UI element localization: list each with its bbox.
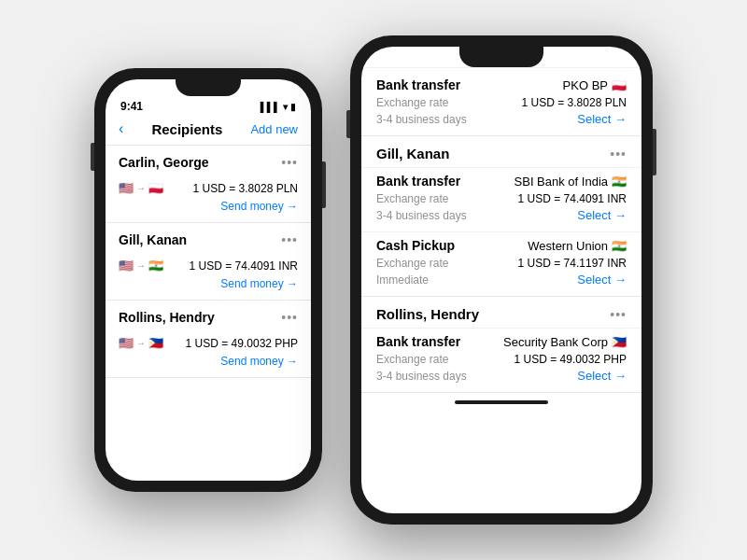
more-options-rollins[interactable]: ••• [281, 310, 298, 325]
arrow-icon: → [136, 338, 146, 348]
pko-bp-option: Bank transfer PKO BP 🇵🇱 Exchange rate 1 … [361, 67, 641, 135]
pko-bp-bank: PKO BP 🇵🇱 [563, 78, 627, 92]
recipient-gill-name: Gill, Kanan [119, 232, 187, 247]
left-phone: 9:41 ▌▌▌ ▾ ▮ ‹ Recipients Add new Carlin… [94, 68, 322, 492]
sbc-option: Bank transfer Security Bank Corp 🇵🇭 Exch… [361, 328, 641, 392]
rollins-to-flag: 🇵🇭 [148, 336, 163, 350]
status-icons: ▌▌▌ ▾ ▮ [261, 102, 296, 112]
pko-time: 3-4 business days [376, 113, 467, 126]
notch-right [459, 47, 543, 67]
sbi-option: Bank transfer SBI Bank of India 🇮🇳 Excha… [361, 167, 641, 231]
sbc-header-row: Bank transfer Security Bank Corp 🇵🇭 [376, 334, 627, 349]
volume-button-right [346, 110, 350, 138]
wu-time-row: Immediate Select → [376, 273, 627, 287]
power-button-right [653, 129, 656, 175]
wu-rate-label: Exchange rate [376, 257, 448, 270]
wu-type: Cash Pickup [376, 238, 455, 253]
pko-rate-row: Exchange rate 1 USD = 3.8028 PLN [376, 96, 627, 109]
left-phone-screen: 9:41 ▌▌▌ ▾ ▮ ‹ Recipients Add new Carlin… [106, 79, 311, 481]
rollins-from-flag: 🇺🇸 [119, 336, 134, 350]
wu-bank: Western Union 🇮🇳 [528, 239, 627, 253]
sbi-rate-label: Exchange rate [376, 192, 448, 205]
recipient-rollins: Rollins, Hendry ••• 🇺🇸 → 🇵🇭 1 USD = 49.0… [106, 301, 311, 378]
gill-more-options[interactable]: ••• [610, 147, 627, 161]
wu-time: Immediate [376, 273, 429, 287]
gill-flags: 🇺🇸 → 🇮🇳 [119, 259, 163, 273]
right-phone-screen: Bank transfer PKO BP 🇵🇱 Exchange rate 1 … [361, 47, 641, 513]
pko-bp-header-row: Bank transfer PKO BP 🇵🇱 [376, 77, 627, 92]
recipient-carlin-header: Carlin, George ••• [106, 146, 311, 175]
wifi-icon: ▾ [283, 102, 288, 112]
sbi-rate-value: 1 USD = 74.4091 INR [518, 192, 627, 205]
gill-rate: 1 USD = 74.4091 INR [190, 259, 298, 273]
volume-button [91, 143, 94, 171]
sbc-select-button[interactable]: Select → [577, 369, 627, 383]
home-bar-right [455, 400, 548, 404]
scene: 9:41 ▌▌▌ ▾ ▮ ‹ Recipients Add new Carlin… [94, 35, 653, 525]
rollins-flags-row: 🇺🇸 → 🇵🇭 1 USD = 49.0032 PHP [119, 336, 298, 350]
nav-bar: ‹ Recipients Add new [106, 115, 311, 146]
rollins-detail-name: Rollins, Hendry [376, 306, 479, 322]
recipient-gill-header: Gill, Kanan ••• [106, 223, 311, 253]
wu-select-button[interactable]: Select → [577, 273, 627, 287]
gill-detail-name: Gill, Kanan [376, 146, 449, 161]
sbc-type: Bank transfer [376, 334, 460, 349]
detail-section-carlin: Bank transfer PKO BP 🇵🇱 Exchange rate 1 … [361, 67, 641, 136]
gill-flags-row: 🇺🇸 → 🇮🇳 1 USD = 74.4091 INR [119, 259, 298, 273]
gill-from-flag: 🇺🇸 [119, 259, 134, 273]
pko-rate-value: 1 USD = 3.8028 PLN [522, 96, 627, 109]
recipient-gill: Gill, Kanan ••• 🇺🇸 → 🇮🇳 1 USD = 74.4091 … [106, 223, 311, 301]
sbi-select-button[interactable]: Select → [577, 208, 627, 222]
gill-to-flag: 🇮🇳 [148, 259, 163, 273]
recipient-carlin-name: Carlin, George [119, 155, 208, 170]
signal-icon: ▌▌▌ [261, 102, 280, 112]
add-new-button[interactable]: Add new [250, 122, 298, 136]
pko-rate-label: Exchange rate [376, 96, 448, 109]
recipients-list: Carlin, George ••• 🇺🇸 → 🇵🇱 1 USD = 3.802… [106, 146, 311, 481]
page-title: Recipients [151, 121, 222, 137]
sbc-rate-label: Exchange rate [376, 353, 448, 366]
wu-header-row: Cash Pickup Western Union 🇮🇳 [376, 238, 627, 253]
status-bar: 9:41 ▌▌▌ ▾ ▮ [106, 96, 311, 115]
gill-send-money-button[interactable]: Send money → [119, 275, 298, 290]
right-phone: Bank transfer PKO BP 🇵🇱 Exchange rate 1 … [350, 35, 653, 525]
detail-section-gill: Gill, Kanan ••• Bank transfer SBI Bank o… [361, 136, 641, 297]
back-button[interactable]: ‹ [119, 120, 123, 137]
carlin-flags: 🇺🇸 → 🇵🇱 [119, 181, 163, 195]
wu-rate-value: 1 USD = 74.1197 INR [518, 257, 627, 270]
rollins-flags: 🇺🇸 → 🇵🇭 [119, 336, 163, 350]
rollins-detail-header: Rollins, Hendry ••• [361, 297, 641, 328]
carlin-rate: 1 USD = 3.8028 PLN [193, 182, 298, 195]
sbi-rate-row: Exchange rate 1 USD = 74.4091 INR [376, 192, 627, 205]
arrow-icon: → [136, 260, 146, 271]
home-indicator-right [361, 393, 641, 412]
sbi-header-row: Bank transfer SBI Bank of India 🇮🇳 [376, 174, 627, 189]
detail-section-rollins: Rollins, Hendry ••• Bank transfer Securi… [361, 297, 641, 393]
carlin-send-money-button[interactable]: Send money → [119, 198, 298, 213]
sbc-time: 3-4 business days [376, 370, 467, 383]
wu-flag: 🇮🇳 [612, 239, 627, 253]
sbc-bank: Security Bank Corp 🇵🇭 [503, 335, 627, 349]
pko-bp-type: Bank transfer [376, 77, 460, 92]
wu-rate-row: Exchange rate 1 USD = 74.1197 INR [376, 257, 627, 270]
arrow-icon: → [136, 183, 146, 193]
carlin-to-flag: 🇵🇱 [148, 181, 163, 195]
wu-option: Cash Pickup Western Union 🇮🇳 Exchange ra… [361, 231, 641, 296]
carlin-from-flag: 🇺🇸 [119, 181, 134, 195]
notch [176, 79, 241, 96]
gill-transfer-option: 🇺🇸 → 🇮🇳 1 USD = 74.4091 INR Send money → [106, 253, 311, 300]
sbi-time: 3-4 business days [376, 209, 467, 222]
battery-icon: ▮ [290, 102, 296, 112]
sbi-time-row: 3-4 business days Select → [376, 208, 627, 222]
sbc-time-row: 3-4 business days Select → [376, 369, 627, 383]
more-options-gill[interactable]: ••• [281, 232, 298, 247]
pko-flag: 🇵🇱 [612, 78, 627, 92]
carlin-transfer-option: 🇺🇸 → 🇵🇱 1 USD = 3.8028 PLN Send money → [106, 175, 311, 222]
more-options-carlin[interactable]: ••• [281, 155, 298, 170]
rollins-more-options[interactable]: ••• [610, 307, 627, 322]
pko-select-button[interactable]: Select → [577, 112, 627, 126]
rollins-send-money-button[interactable]: Send money → [119, 353, 298, 368]
rollins-transfer-option: 🇺🇸 → 🇵🇭 1 USD = 49.0032 PHP Send money → [106, 330, 311, 377]
recipient-carlin: Carlin, George ••• 🇺🇸 → 🇵🇱 1 USD = 3.802… [106, 146, 311, 223]
recipient-rollins-header: Rollins, Hendry ••• [106, 301, 311, 330]
